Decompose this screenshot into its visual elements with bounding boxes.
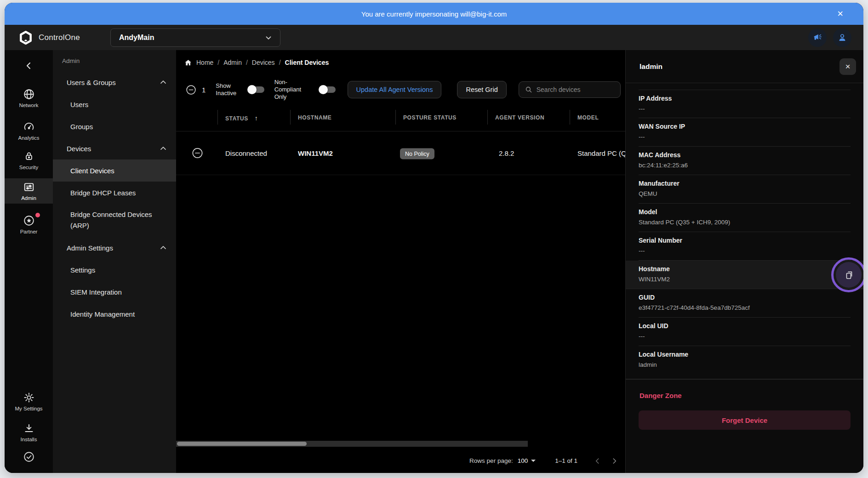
toggle-knob [247, 85, 257, 94]
sidebar-item-bridge-connected-devices[interactable]: Bridge Connected Devices (ARP) [53, 204, 176, 237]
chevron-up-icon [159, 144, 168, 153]
device-fields: IP Address --- WAN Source IP --- MAC Add… [626, 83, 863, 375]
sidebar-item-label: Client Devices [70, 167, 114, 175]
field-value: ladmin [639, 361, 851, 368]
column-header-posture-status[interactable]: POSTURE STATUS [403, 114, 457, 121]
forget-device-button[interactable]: Forget Device [639, 410, 851, 430]
field-value: Standard PC (Q35 + ICH9, 2009) [639, 219, 851, 226]
sidebar-item-bridge-dhcp-leases[interactable]: Bridge DHCP Leases [53, 182, 176, 204]
sidebar-item-label: Settings [70, 266, 95, 274]
panel-header: ladmin × [626, 50, 863, 83]
sidebar-item-label: Users [70, 101, 88, 108]
column-label: STATUS [225, 115, 248, 122]
collapse-rail-button[interactable] [5, 60, 53, 71]
cell-agent-version: 2.8.2 [499, 149, 514, 157]
breadcrumb-separator: / [217, 59, 219, 66]
search-input[interactable] [537, 86, 612, 93]
field-value: e3f47721-c72f-40d4-8fda-5ea7db725acf [639, 304, 851, 311]
update-all-agent-versions-button[interactable]: Update All Agent Versions [348, 81, 442, 98]
field-serial-number: Serial Number --- [639, 232, 851, 261]
rail-item-label: Partner [20, 229, 38, 234]
sidebar-item-identity-management[interactable]: Identity Management [53, 303, 176, 325]
field-value: --- [639, 133, 851, 140]
breadcrumb-separator: / [279, 59, 281, 66]
cell-model: Standard PC (Q35 + ICH9, 2009) [577, 149, 625, 157]
copy-hostname-button[interactable] [831, 257, 863, 292]
reset-grid-button[interactable]: Reset Grid [457, 81, 506, 98]
close-panel-button[interactable]: × [839, 58, 856, 75]
close-icon[interactable]: × [837, 9, 843, 19]
rail-item-partner[interactable]: Partner [5, 212, 53, 237]
rail-item-label: Network [19, 102, 38, 108]
show-inactive-toggle[interactable] [249, 86, 264, 93]
sidebar-item-settings[interactable]: Settings [53, 259, 176, 281]
rail-item-label: Analytics [18, 135, 39, 141]
admin-sidebar: Admin Users & Groups Users Groups Device… [53, 50, 176, 473]
sidebar-item-users-and-groups[interactable]: Users & Groups [53, 71, 176, 93]
sidebar-item-siem-integration[interactable]: SIEM Integration [53, 281, 176, 303]
status-check-button[interactable] [5, 448, 53, 466]
breadcrumb-separator: / [246, 59, 248, 66]
sidebar-item-devices[interactable]: Devices [53, 137, 176, 159]
breadcrumb-current: Client Devices [285, 59, 329, 66]
pagination-range: 1–1 of 1 [555, 457, 577, 464]
field-label: Local Username [639, 351, 851, 358]
app-header: ControlOne AndyMain [5, 25, 863, 50]
sidebar-item-groups[interactable]: Groups [53, 115, 176, 137]
header-actions [808, 28, 851, 47]
rail-item-installs[interactable]: Installs [5, 420, 53, 445]
org-selector[interactable]: AndyMain [110, 28, 280, 47]
field-wan-source-ip: WAN Source IP --- [639, 118, 851, 147]
previous-page-button[interactable] [589, 453, 606, 469]
rail-item-analytics[interactable]: Analytics [5, 118, 53, 143]
row-deselect-icon[interactable] [191, 147, 204, 159]
table-row[interactable]: Disconnected WIN11VM2 No Policy 2.8.2 St… [176, 131, 625, 175]
field-label: Local UID [639, 322, 851, 330]
search-icon [525, 85, 533, 94]
breadcrumb-devices[interactable]: Devices [252, 59, 275, 66]
rail-item-my-settings[interactable]: My Settings [5, 389, 53, 414]
breadcrumb-home[interactable]: Home [196, 59, 213, 66]
danger-zone-label: Danger Zone [640, 392, 863, 399]
rail-item-security[interactable]: Security [5, 148, 53, 173]
field-local-username: Local Username ladmin [639, 346, 851, 375]
sidebar-item-client-devices[interactable]: Client Devices [53, 159, 176, 182]
rows-per-page-select[interactable]: 100 [518, 457, 536, 464]
column-divider [395, 110, 396, 125]
lock-icon [23, 150, 35, 162]
non-compliant-toggle[interactable] [320, 86, 336, 93]
breadcrumb: Home / Admin / Devices / Client Devices [184, 57, 329, 68]
sidebar-item-users[interactable]: Users [53, 93, 176, 115]
pagination: Rows per page: 100 1–1 of 1 [469, 449, 622, 473]
sidebar-item-label: Bridge Connected Devices (ARP) [70, 209, 162, 231]
user-icon [837, 33, 847, 43]
sidebar-item-label: Users & Groups [67, 79, 116, 86]
grid-toolbar: 1 Show Inactive Non-Compliant Only Updat… [185, 78, 621, 102]
sidebar-item-label: Admin Settings [67, 244, 113, 252]
field-label: Model [639, 208, 851, 216]
field-value: --- [639, 247, 851, 254]
field-value: QEMU [639, 190, 851, 197]
icon-rail: Network Analytics Security Admin [5, 50, 53, 473]
sidebar-item-admin-settings[interactable]: Admin Settings [53, 237, 176, 259]
user-menu-button[interactable] [833, 28, 851, 47]
deselect-icon[interactable] [185, 84, 197, 96]
posture-status-badge: No Policy [400, 149, 434, 157]
breadcrumb-admin[interactable]: Admin [223, 59, 242, 66]
field-label: GUID [639, 294, 851, 301]
field-label: Manufacturer [639, 180, 851, 187]
column-header-status[interactable]: STATUS ↑ [225, 114, 258, 122]
selection-count: 1 [202, 86, 206, 94]
rail-item-network[interactable]: Network [5, 85, 53, 111]
scrollbar-thumb[interactable] [177, 442, 307, 446]
impersonation-banner: You are currently impersonating will@big… [5, 3, 863, 25]
column-header-model[interactable]: MODEL [577, 114, 599, 121]
rail-item-admin[interactable]: Admin [5, 178, 53, 204]
column-header-agent-version[interactable]: AGENT VERSION [495, 114, 544, 121]
field-label: IP Address [639, 95, 851, 102]
next-page-button[interactable] [606, 453, 622, 469]
copy-button-circle [836, 262, 862, 288]
danger-zone-divider [626, 379, 863, 380]
announcements-button[interactable] [808, 28, 827, 47]
column-header-hostname[interactable]: HOSTNAME [298, 114, 331, 121]
